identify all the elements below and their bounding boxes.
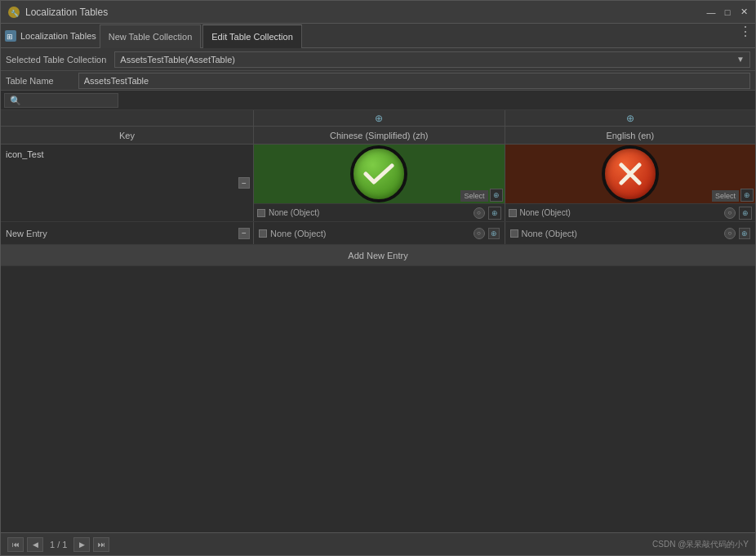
new-entry-minus[interactable]: − (238, 228, 250, 239)
kebab-menu-icon[interactable]: ⋮ (739, 24, 752, 47)
prev-page-button[interactable]: ◀ (27, 537, 43, 552)
bottom-bar: ⏮ ◀ 1 / 1 ▶ ⏭ CSDN @呆呆敲代码的小Y (1, 532, 755, 555)
dropdown-arrow-icon: ▼ (736, 55, 745, 64)
en-new-pin-btn[interactable]: ⊕ (739, 228, 750, 239)
zh-none-icon (257, 209, 265, 217)
selected-collection-label: Selected Table Collection (6, 55, 106, 64)
en-none-icon (509, 209, 517, 217)
zh-pin-icon[interactable]: ⊕ (490, 189, 503, 202)
en-none-row: None (Object) ○ ⊕ (505, 203, 756, 221)
checkmark-svg (363, 162, 394, 186)
table-name-label: Table Name (6, 76, 54, 86)
table-row: icon_Test − Select (1, 145, 755, 222)
add-new-entry-button[interactable]: Add New Entry (1, 245, 755, 265)
page-info: 1 / 1 (50, 540, 67, 549)
minimize-button[interactable]: — (706, 7, 716, 17)
en-circle-btn[interactable]: ○ (724, 207, 736, 219)
close-button[interactable]: ✕ (739, 7, 749, 17)
en-new-pin-icon: ⊕ (741, 229, 748, 238)
zh-asset-cell: Select ⊕ None (Object) ○ ⊕ (254, 145, 505, 221)
new-entry-label: New Entry (6, 229, 47, 238)
svg-text:⊞: ⊞ (7, 33, 13, 41)
tab-bar: ⊞ Localization Tables New Table Collecti… (1, 24, 755, 48)
en-asset-preview: Select ⊕ (505, 145, 756, 203)
en-new-none-label: None (Object) (522, 229, 577, 238)
tab-new-label: New Table Collection (109, 32, 193, 42)
en-asset-cell: Select ⊕ None (Object) ○ ⊕ (505, 145, 756, 221)
selected-collection-value: AssetsTestTable(AssetTable) (120, 55, 235, 64)
window-title: Localization Tables (25, 7, 706, 18)
search-input[interactable] (4, 93, 118, 108)
title-bar: 🔧 Localization Tables — □ ✕ (1, 1, 755, 24)
first-page-button[interactable]: ⏮ (7, 537, 24, 552)
zh-new-none-icon (259, 229, 267, 238)
zh-pin-symbol: ⊕ (493, 191, 500, 199)
zh-none-pin[interactable]: ⊕ (488, 207, 501, 220)
selected-collection-dropdown[interactable]: AssetsTestTable(AssetTable) ▼ (114, 51, 750, 68)
key-spacer (1, 110, 254, 126)
zh-globe-icon: ⊕ (375, 113, 383, 124)
en-none-pin-icon: ⊕ (742, 209, 749, 217)
tab-bar-title: Localization Tables (20, 31, 96, 41)
table-area: ⊕ ⊕ Key Chinese (Simplified) (zh) Englis… (1, 110, 755, 532)
col-zh-header: Chinese (Simplified) (zh) (254, 127, 505, 144)
minus-button[interactable]: − (238, 177, 250, 189)
zh-none-label: None (Object) (269, 208, 319, 217)
key-cell: icon_Test − (1, 145, 254, 221)
next-page-button[interactable]: ▶ (73, 537, 90, 552)
cross-svg (617, 161, 643, 187)
en-select-button[interactable]: Select (712, 190, 739, 202)
tab-edit-table-collection[interactable]: Edit Table Collection (202, 24, 301, 48)
en-none-label: None (Object) (520, 208, 571, 217)
zh-new-pin-btn[interactable]: ⊕ (488, 228, 500, 239)
zh-select-button[interactable]: Select (460, 190, 487, 202)
table-body: icon_Test − Select (1, 145, 755, 532)
col-en-label: English (en) (606, 131, 654, 140)
watermark-text: CSDN @呆呆敲代码的小Y (652, 539, 749, 550)
new-entry-cell: New Entry − (1, 222, 254, 244)
col-key-label: Key (119, 131, 135, 140)
en-new-none-icon (510, 229, 518, 238)
table-name-input[interactable] (78, 73, 750, 89)
en-new-none-cell: None (Object) ○ ⊕ (505, 222, 756, 244)
col-key-header: Key (1, 127, 254, 144)
table-header-label-row: Key Chinese (Simplified) (zh) English (e… (1, 127, 755, 145)
main-window: 🔧 Localization Tables — □ ✕ ⊞ Localizati… (0, 0, 756, 556)
en-globe-cell: ⊕ (505, 110, 756, 126)
svg-text:🔧: 🔧 (11, 9, 19, 17)
search-row (1, 91, 755, 110)
maximize-button[interactable]: □ (723, 7, 732, 17)
zh-none-row: None (Object) ○ ⊕ (254, 203, 505, 221)
zh-new-circle-btn[interactable]: ○ (474, 228, 485, 239)
table-header-globe-row: ⊕ ⊕ (1, 110, 755, 127)
add-entry-row: Add New Entry (1, 245, 755, 266)
en-none-pin[interactable]: ⊕ (739, 207, 752, 220)
en-pin-symbol: ⊕ (744, 191, 750, 199)
tab-edit-label: Edit Table Collection (211, 32, 292, 42)
key-value: icon_Test (6, 149, 43, 159)
tab-bar-icon-area: ⊞ Localization Tables (4, 24, 96, 47)
zh-new-pin-icon: ⊕ (491, 229, 497, 238)
col-en-header: English (en) (505, 127, 756, 144)
window-controls: — □ ✕ (706, 7, 749, 17)
col-zh-label: Chinese (Simplified) (zh) (330, 131, 428, 140)
last-page-button[interactable]: ⏭ (93, 537, 109, 552)
en-new-circle-btn[interactable]: ○ (724, 228, 736, 239)
table-name-row: Table Name (1, 71, 755, 91)
en-pin-icon[interactable]: ⊕ (740, 189, 754, 202)
zh-new-none-label: None (Object) (270, 229, 326, 238)
window-icon: 🔧 (7, 6, 20, 19)
zh-globe-cell: ⊕ (254, 110, 505, 126)
zh-circle-btn[interactable]: ○ (474, 207, 485, 219)
zh-none-pin-icon: ⊕ (491, 209, 498, 217)
tab-new-table-collection[interactable]: New Table Collection (100, 24, 202, 48)
en-globe-icon: ⊕ (626, 113, 634, 124)
zh-new-none-cell: None (Object) ○ ⊕ (254, 222, 505, 244)
zh-asset-preview: Select ⊕ (254, 145, 505, 203)
new-entry-row: New Entry − None (Object) ○ ⊕ None (Obje… (1, 222, 755, 245)
selected-collection-row: Selected Table Collection AssetsTestTabl… (1, 48, 755, 71)
